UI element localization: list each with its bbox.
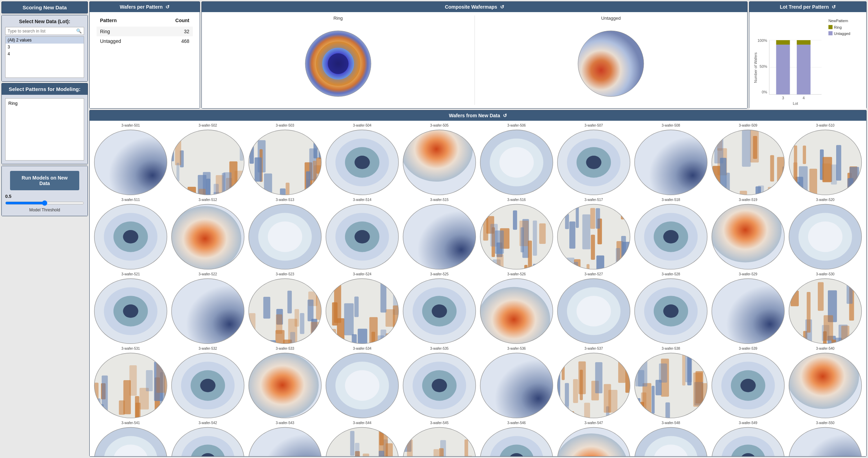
wafer-cell[interactable]: 3-wafer-535 [401, 347, 478, 420]
bar-4-untagged [797, 45, 811, 94]
wafer-cell[interactable]: 3-wafer-536 [478, 347, 555, 420]
wafer-image [633, 351, 709, 420]
wafer-cell[interactable]: 3-wafer-515 [401, 198, 478, 272]
pattern-item-ring[interactable]: Ring [7, 100, 82, 107]
wafer-image [710, 202, 786, 272]
svg-rect-226 [268, 340, 276, 346]
wafer-cell[interactable]: 3-wafer-532 [170, 347, 246, 420]
lot-trend-refresh-icon[interactable]: ↺ [832, 4, 836, 10]
wafer-cell[interactable]: 3-wafer-516 [478, 198, 555, 272]
wafer-cell[interactable]: 3-wafer-508 [633, 123, 709, 197]
wafer-cell[interactable]: 3-wafer-512 [170, 198, 246, 272]
wafer-cell[interactable]: 3-wafer-511 [92, 198, 169, 272]
run-panel-body: Run Models on New Data 0.5 Model Thresho… [2, 166, 88, 216]
wafer-cell[interactable]: 3-wafer-523 [247, 272, 323, 346]
wafer-cell[interactable]: 3-wafer-527 [555, 272, 632, 346]
wafer-image [92, 128, 169, 197]
wafer-cell[interactable]: 3-wafer-539 [710, 347, 786, 420]
wafer-cell[interactable]: 3-wafer-519 [710, 198, 786, 272]
wafer-cell[interactable]: 3-wafer-544 [324, 421, 400, 456]
svg-rect-245 [371, 332, 375, 346]
wafer-cell[interactable]: 3-wafer-528 [633, 272, 709, 346]
run-models-button[interactable]: Run Models on New Data [10, 171, 79, 190]
wafer-image [401, 351, 478, 420]
wafer-cell[interactable]: 3-wafer-514 [324, 198, 400, 272]
wafer-cell[interactable]: 3-wafer-503 [247, 123, 323, 197]
wafer-cell[interactable]: 3-wafer-501 [92, 123, 169, 197]
wafer-cell[interactable]: 3-wafer-504 [324, 123, 400, 197]
wafer-cell[interactable]: 3-wafer-510 [787, 123, 864, 197]
threshold-slider[interactable] [5, 200, 84, 206]
svg-rect-453 [434, 449, 439, 456]
svg-point-256 [432, 304, 447, 318]
wafer-svg-3-wafer-543 [247, 425, 323, 456]
wafer-svg-3-wafer-510 [787, 128, 864, 197]
lot-list-item-4[interactable]: 4 [6, 51, 84, 57]
wafer-image [324, 276, 400, 346]
wafer-cell[interactable]: 3-wafer-529 [710, 272, 786, 346]
search-input[interactable] [8, 29, 76, 34]
wafer-cell[interactable]: 3-wafer-545 [401, 421, 478, 456]
wafers-per-pattern-refresh-icon[interactable]: ↺ [165, 4, 170, 10]
svg-rect-291 [847, 278, 852, 304]
wafer-cell[interactable]: 3-wafer-526 [478, 272, 555, 346]
wafer-cell[interactable]: 3-wafer-533 [247, 347, 323, 420]
svg-point-62 [499, 147, 534, 177]
bar-3-untagged [776, 45, 790, 94]
wafer-cell[interactable]: 3-wafer-520 [787, 198, 864, 272]
svg-rect-108 [803, 146, 806, 164]
wafer-cell[interactable]: 3-wafer-542 [170, 421, 246, 456]
wafer-cell[interactable]: 3-wafer-522 [170, 272, 246, 346]
lot-trend-body: NewPattern Ring Untagged 100% 50% 0% [749, 12, 866, 109]
svg-rect-383 [693, 373, 702, 407]
svg-point-72 [635, 130, 707, 195]
svg-rect-20 [199, 189, 206, 197]
wafers-new-data-refresh-icon[interactable]: ↺ [503, 113, 507, 118]
wafer-cell[interactable]: 3-wafer-525 [401, 272, 478, 346]
wafer-cell[interactable]: 3-wafer-505 [401, 123, 478, 197]
wafer-cell[interactable]: 3-wafer-550 [787, 421, 864, 456]
wafer-cell[interactable]: 3-wafer-547 [555, 421, 632, 456]
wafer-cell[interactable]: 3-wafer-531 [92, 347, 169, 420]
svg-rect-454 [473, 431, 478, 448]
wafer-cell[interactable]: 3-wafer-502 [170, 123, 246, 197]
wafer-cell[interactable]: 3-wafer-507 [555, 123, 632, 197]
run-models-panel: Run Models on New Data 0.5 Model Thresho… [1, 166, 88, 216]
wafer-cell[interactable]: 3-wafer-517 [555, 198, 632, 272]
wafer-cell[interactable]: 3-wafer-548 [633, 421, 709, 456]
wafer-cell[interactable]: 3-wafer-549 [710, 421, 786, 456]
wafer-cell[interactable]: 3-wafer-524 [324, 272, 400, 346]
wafer-svg-3-wafer-518 [633, 202, 709, 272]
wafer-cell[interactable]: 3-wafer-538 [633, 347, 709, 420]
wafer-cell[interactable]: 3-wafer-537 [555, 347, 632, 420]
wafer-cell[interactable]: 3-wafer-534 [324, 347, 400, 420]
wafer-cell[interactable]: 3-wafer-521 [92, 272, 169, 346]
lot-list-item-all[interactable]: (All) 2 values [6, 37, 84, 44]
composite-refresh-icon[interactable]: ↺ [500, 4, 504, 10]
wafer-image [92, 351, 169, 420]
svg-rect-292 [859, 330, 864, 346]
svg-rect-18 [175, 138, 181, 165]
wafer-cell[interactable]: 3-wafer-543 [247, 421, 323, 456]
wafer-cell[interactable]: 3-wafer-540 [787, 347, 864, 420]
wafer-cell[interactable]: 3-wafer-509 [710, 123, 786, 197]
svg-rect-153 [533, 264, 537, 272]
wafer-id-label: 3-wafer-534 [353, 347, 371, 350]
svg-rect-364 [580, 370, 583, 400]
threshold-label: Model Threshold [5, 208, 84, 212]
wafer-cell[interactable]: 3-wafer-506 [478, 123, 555, 197]
wafer-cell[interactable]: 3-wafer-530 [787, 272, 864, 346]
svg-rect-16 [240, 144, 243, 161]
svg-rect-172 [587, 264, 590, 271]
wafer-image [401, 425, 478, 456]
wafer-svg-3-wafer-534 [324, 351, 400, 420]
svg-rect-376 [682, 352, 685, 385]
svg-rect-222 [308, 300, 314, 321]
wafer-cell[interactable]: 3-wafer-546 [478, 421, 555, 456]
wafer-cell[interactable]: 3-wafer-541 [92, 421, 169, 456]
wafer-svg-3-wafer-505 [401, 128, 478, 197]
wafer-cell[interactable]: 3-wafer-513 [247, 198, 323, 272]
wafer-cell[interactable]: 3-wafer-518 [633, 198, 709, 272]
wafer-svg-3-wafer-535 [401, 351, 478, 420]
lot-list-item-3[interactable]: 3 [6, 44, 84, 51]
